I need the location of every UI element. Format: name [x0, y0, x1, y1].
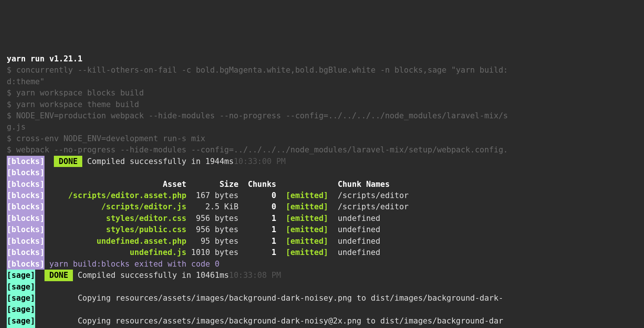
emitted-badge: [emitted] [276, 202, 328, 211]
timestamp: 10:33:08 PM [229, 271, 281, 280]
terminal-line: [sage] [7, 281, 637, 292]
done-badge: DONE [54, 156, 82, 167]
sage-tag: [sage] [7, 327, 35, 328]
asset-name: /scripts/editor.asset.php [45, 191, 186, 200]
terminal-line: [sage] Copying resources/assets/images/b… [7, 292, 637, 304]
terminal-line: [blocks] yarn build:blocks exited with c… [7, 258, 637, 270]
yarn-version: yarn run v1.21.1 [7, 54, 82, 63]
asset-name: styles/editor.css [45, 214, 186, 223]
command-line: $ yarn workspace blocks build [7, 88, 144, 97]
sage-tag: [sage] [7, 281, 35, 292]
sage-tag: [sage] [7, 304, 35, 315]
terminal-line: [blocks] styles/editor.css 956 bytes 1 [… [7, 213, 637, 224]
chunk-name: undefined [328, 248, 380, 257]
asset-name: styles/public.css [45, 225, 186, 234]
blocks-tag: [blocks] [7, 236, 45, 247]
terminal-line: [blocks] /scripts/editor.asset.php 167 b… [7, 190, 637, 201]
asset-size: 95 bytes [186, 237, 238, 246]
terminal-line: [blocks] undefined.asset.php 95 bytes 1 … [7, 236, 637, 247]
terminal-line: [sage] Copying resources/assets/images/b… [7, 315, 637, 327]
asset-name: /scripts/editor.js [45, 202, 186, 211]
command-line: $ concurrently --kill-others-on-fail -c … [7, 66, 508, 75]
emitted-badge: [emitted] [276, 214, 328, 223]
col-chunk-names: Chunk Names [338, 180, 390, 189]
asset-chunks: 1 [239, 214, 276, 223]
terminal-line: [blocks] [7, 167, 637, 178]
terminal-line: [blocks] Asset Size Chunks Chunk Names [7, 179, 637, 190]
blocks-tag: [blocks] [7, 190, 45, 201]
blocks-tag: [blocks] [7, 156, 45, 167]
done-badge: DONE [45, 270, 73, 281]
command-line: $ webpack --no-progress --hide-modules -… [7, 145, 508, 154]
terminal-line: $ webpack --no-progress --hide-modules -… [7, 144, 637, 155]
terminal-line: [blocks] /scripts/editor.js 2.5 KiB 0 [e… [7, 201, 637, 212]
terminal-line: yarn run v1.21.1 [7, 53, 637, 64]
sage-tag: [sage] [7, 292, 35, 304]
asset-chunks: 1 [239, 225, 276, 234]
asset-name: undefined.js [45, 248, 186, 257]
chunk-name: undefined [328, 237, 380, 246]
terminal-line: [blocks] DONE Compiled successfully in 1… [7, 156, 637, 167]
blocks-tag: [blocks] [7, 201, 45, 212]
asset-chunks: 1 [239, 248, 276, 257]
blocks-tag: [blocks] [7, 224, 45, 235]
terminal-line: $ yarn workspace theme build [7, 99, 637, 110]
terminal-line: $ yarn workspace blocks build [7, 87, 637, 98]
terminal-line: [sage] DONE Compiled successfully in 104… [7, 270, 637, 281]
col-size: Size [186, 180, 238, 189]
terminal-line: [sage] [7, 304, 637, 315]
command-line: $ NODE_ENV=production webpack --hide-mod… [7, 111, 508, 120]
asset-size: 956 bytes [186, 225, 238, 234]
chunk-name: undefined [328, 225, 380, 234]
compile-message: Compiled successfully in 10461ms [73, 271, 229, 280]
command-line: $ cross-env NODE_ENV=development run-s m… [7, 134, 205, 143]
exit-message: yarn build:blocks exited with code 0 [45, 259, 220, 268]
emitted-badge: [emitted] [276, 248, 328, 257]
copy-message: Copying resources/assets/images/backgrou… [35, 316, 503, 325]
terminal-line: g.js [7, 121, 637, 133]
terminal-line: [blocks] undefined.js 1010 bytes 1 [emit… [7, 247, 637, 258]
terminal-output: yarn run v1.21.1$ concurrently --kill-ot… [7, 53, 637, 328]
emitted-badge: [emitted] [276, 237, 328, 246]
asset-size: 956 bytes [186, 214, 238, 223]
asset-size: 2.5 KiB [186, 202, 238, 211]
chunk-name: /scripts/editor [328, 202, 409, 211]
asset-size: 1010 bytes [186, 248, 238, 257]
blocks-tag: [blocks] [7, 213, 45, 224]
sage-tag: [sage] [7, 270, 35, 281]
terminal-line: $ NODE_ENV=production webpack --hide-mod… [7, 110, 637, 121]
terminal-line: [blocks] styles/public.css 956 bytes 1 [… [7, 224, 637, 235]
copy-message: Copying resources/assets/images/backgrou… [35, 294, 503, 303]
blocks-tag: [blocks] [7, 258, 45, 270]
blocks-tag: [blocks] [7, 247, 45, 258]
terminal-line: [sage] [7, 327, 637, 328]
timestamp: 10:33:00 PM [234, 157, 286, 166]
blocks-tag: [blocks] [7, 167, 45, 178]
blocks-tag: [blocks] [7, 179, 45, 190]
chunk-name: /scripts/editor [328, 191, 409, 200]
col-asset: Asset [45, 180, 186, 189]
asset-size: 167 bytes [186, 191, 238, 200]
asset-chunks: 1 [239, 237, 276, 246]
terminal-line: d:theme" [7, 76, 637, 87]
asset-chunks: 0 [239, 191, 276, 200]
command-line: d:theme" [7, 77, 45, 86]
col-chunks: Chunks [239, 180, 276, 189]
compile-message: Compiled successfully in 1944ms [82, 157, 234, 166]
asset-name: undefined.asset.php [45, 237, 186, 246]
sage-tag: [sage] [7, 315, 35, 327]
terminal-line: $ concurrently --kill-others-on-fail -c … [7, 64, 637, 76]
asset-chunks: 0 [239, 202, 276, 211]
emitted-badge: [emitted] [276, 191, 328, 200]
emitted-badge: [emitted] [276, 225, 328, 234]
command-line: g.js [7, 122, 26, 131]
command-line: $ yarn workspace theme build [7, 100, 139, 109]
terminal-line: $ cross-env NODE_ENV=development run-s m… [7, 133, 637, 144]
chunk-name: undefined [328, 214, 380, 223]
